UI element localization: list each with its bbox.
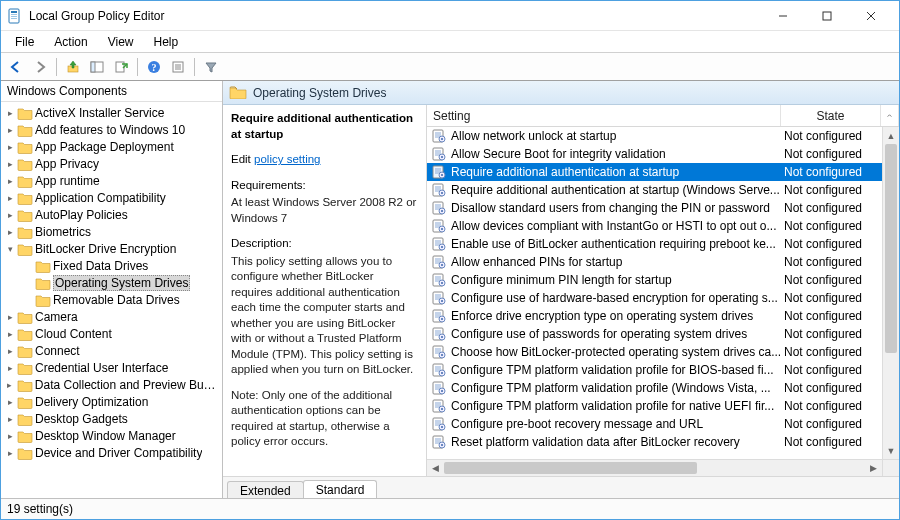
horizontal-scrollbar[interactable]: ◀ ▶ xyxy=(427,459,882,476)
close-button[interactable] xyxy=(849,2,893,30)
folder-icon xyxy=(17,361,33,375)
list-row[interactable]: Disallow standard users from changing th… xyxy=(427,199,882,217)
help-button[interactable]: ? xyxy=(143,56,165,78)
tree-item[interactable]: ▸Biometrics xyxy=(1,223,222,240)
tree-item[interactable]: ▸App Privacy xyxy=(1,155,222,172)
tree-item[interactable]: Fixed Data Drives xyxy=(1,257,222,274)
expand-icon[interactable]: ▸ xyxy=(5,176,15,186)
minimize-button[interactable] xyxy=(761,2,805,30)
expand-icon[interactable]: ▸ xyxy=(5,431,15,441)
tree-item[interactable]: ▸App Package Deployment xyxy=(1,138,222,155)
tree-item[interactable]: ▸Add features to Windows 10 xyxy=(1,121,222,138)
list-row[interactable]: Allow network unlock at startupNot confi… xyxy=(427,127,882,145)
expand-icon[interactable]: ▸ xyxy=(5,210,15,220)
list-row[interactable]: Allow Secure Boot for integrity validati… xyxy=(427,145,882,163)
maximize-button[interactable] xyxy=(805,2,849,30)
tree-item[interactable]: Removable Data Drives xyxy=(1,291,222,308)
expand-icon[interactable]: ▾ xyxy=(5,244,15,254)
tree-item[interactable]: ▸Cloud Content xyxy=(1,325,222,342)
tree-item[interactable]: ▸ActiveX Installer Service xyxy=(1,104,222,121)
folder-icon xyxy=(17,242,33,256)
tree-item[interactable]: Operating System Drives xyxy=(1,274,222,291)
menu-help[interactable]: Help xyxy=(144,33,189,51)
list-row[interactable]: Configure use of passwords for operating… xyxy=(427,325,882,343)
menubar: File Action View Help xyxy=(1,31,899,53)
forward-button[interactable] xyxy=(29,56,51,78)
tree-item[interactable]: ▸Camera xyxy=(1,308,222,325)
scroll-down-icon[interactable]: ▼ xyxy=(883,442,899,459)
policy-icon xyxy=(431,291,447,305)
list-row[interactable]: Require additional authentication at sta… xyxy=(427,163,882,181)
scroll-right-icon[interactable]: ▶ xyxy=(865,460,882,476)
tree-pane[interactable]: Windows Components ▸ActiveX Installer Se… xyxy=(1,81,223,498)
vertical-scrollbar[interactable]: ▲ ▼ xyxy=(882,127,899,459)
column-state[interactable]: State xyxy=(781,105,881,126)
expand-icon[interactable]: ▸ xyxy=(5,142,15,152)
menu-action[interactable]: Action xyxy=(44,33,97,51)
policy-icon xyxy=(431,237,447,251)
show-hide-tree-button[interactable] xyxy=(86,56,108,78)
tree-item-label: Add features to Windows 10 xyxy=(35,123,185,137)
expand-icon[interactable]: ▸ xyxy=(5,193,15,203)
menu-file[interactable]: File xyxy=(5,33,44,51)
list-row[interactable]: Require additional authentication at sta… xyxy=(427,181,882,199)
tab-standard[interactable]: Standard xyxy=(303,480,378,498)
scroll-up-icon[interactable]: ▲ xyxy=(883,127,899,144)
expand-icon[interactable]: ▸ xyxy=(5,329,15,339)
up-button[interactable] xyxy=(62,56,84,78)
tab-extended[interactable]: Extended xyxy=(227,481,304,498)
scroll-thumb-h[interactable] xyxy=(444,462,697,474)
list-row[interactable]: Allow devices compliant with InstantGo o… xyxy=(427,217,882,235)
folder-icon xyxy=(35,259,51,273)
list-row[interactable]: Allow enhanced PINs for startupNot confi… xyxy=(427,253,882,271)
tree-item[interactable]: ▸AutoPlay Policies xyxy=(1,206,222,223)
tree-item[interactable]: ▸App runtime xyxy=(1,172,222,189)
list-row[interactable]: Enforce drive encryption type on operati… xyxy=(427,307,882,325)
policy-title: Require additional authentication at sta… xyxy=(231,111,418,142)
expand-icon[interactable]: ▸ xyxy=(5,346,15,356)
expand-icon[interactable]: ▸ xyxy=(5,380,15,390)
scroll-left-icon[interactable]: ◀ xyxy=(427,460,444,476)
tree-item[interactable]: ▸Application Compatibility xyxy=(1,189,222,206)
expand-icon[interactable]: ▸ xyxy=(5,108,15,118)
tree-item[interactable]: ▸Delivery Optimization xyxy=(1,393,222,410)
expand-icon[interactable]: ▸ xyxy=(5,159,15,169)
tree-item-label: Biometrics xyxy=(35,225,91,239)
back-button[interactable] xyxy=(5,56,27,78)
policy-setting-link[interactable]: policy setting xyxy=(254,153,320,165)
tree-item[interactable]: ▸Data Collection and Preview Builds xyxy=(1,376,222,393)
tree-item[interactable]: ▸Desktop Window Manager xyxy=(1,427,222,444)
expand-icon[interactable]: ▸ xyxy=(5,397,15,407)
row-setting: Enforce drive encryption type on operati… xyxy=(451,309,782,323)
tree-item[interactable]: ▸Credential User Interface xyxy=(1,359,222,376)
list-row[interactable]: Configure use of hardware-based encrypti… xyxy=(427,289,882,307)
expand-icon[interactable]: ▸ xyxy=(5,414,15,424)
scroll-thumb[interactable] xyxy=(885,144,897,353)
list-row[interactable]: Enable use of BitLocker authentication r… xyxy=(427,235,882,253)
tree-item[interactable]: ▾BitLocker Drive Encryption xyxy=(1,240,222,257)
list-row[interactable]: Configure TPM platform validation profil… xyxy=(427,361,882,379)
tree-item[interactable]: ▸Desktop Gadgets xyxy=(1,410,222,427)
column-setting[interactable]: Setting xyxy=(427,105,781,126)
list-row[interactable]: Configure TPM platform validation profil… xyxy=(427,379,882,397)
tree-item-label: Connect xyxy=(35,344,80,358)
list-row[interactable]: Choose how BitLocker-protected operating… xyxy=(427,343,882,361)
expand-icon[interactable]: ▸ xyxy=(5,448,15,458)
tree-item[interactable]: ▸Device and Driver Compatibility xyxy=(1,444,222,461)
expand-icon[interactable]: ▸ xyxy=(5,363,15,373)
expand-icon[interactable]: ▸ xyxy=(5,312,15,322)
list-row[interactable]: Configure minimum PIN length for startup… xyxy=(427,271,882,289)
filter-button[interactable] xyxy=(200,56,222,78)
tree-item[interactable]: ▸Connect xyxy=(1,342,222,359)
list-row[interactable]: Reset platform validation data after Bit… xyxy=(427,433,882,451)
svg-rect-96 xyxy=(441,354,443,356)
properties-button[interactable] xyxy=(167,56,189,78)
row-state: Not configured xyxy=(782,237,882,251)
expand-icon[interactable]: ▸ xyxy=(5,125,15,135)
list-row[interactable]: Configure TPM platform validation profil… xyxy=(427,397,882,415)
menu-view[interactable]: View xyxy=(98,33,144,51)
tree-item-label: Device and Driver Compatibility xyxy=(35,446,202,460)
list-row[interactable]: Configure pre-boot recovery message and … xyxy=(427,415,882,433)
expand-icon[interactable]: ▸ xyxy=(5,227,15,237)
export-button[interactable] xyxy=(110,56,132,78)
